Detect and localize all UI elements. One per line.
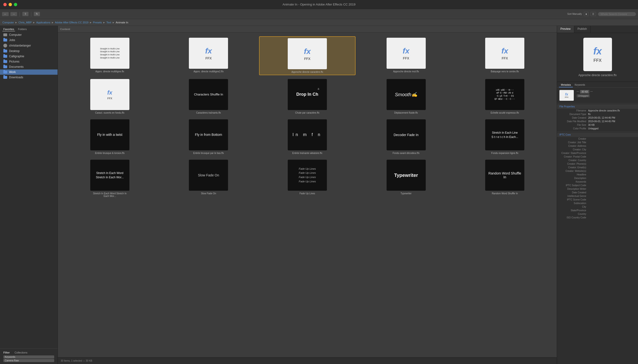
file-item-multiligne[interactable]: Straight in Multi-LineStraight in Multi-… bbox=[62, 36, 158, 75]
file-name-trainants: Caractères traînants.ffx bbox=[196, 112, 221, 114]
iptc-creator: Creator bbox=[557, 137, 638, 140]
preview-slow-fade: Slow Fade On bbox=[198, 173, 219, 177]
file-name-multiligne: Appro. directe multiligne.ffx bbox=[96, 70, 124, 73]
minimize-button[interactable] bbox=[9, 3, 12, 6]
file-item-torsion[interactable]: Fly in with a twist Entrée brusque & tor… bbox=[62, 118, 158, 156]
view-grid-button[interactable]: ■ bbox=[584, 12, 588, 16]
preview-decoder: Decoder Fade In bbox=[393, 133, 418, 137]
file-item-slow-fade[interactable]: Slow Fade On Slow Fade On bbox=[161, 158, 257, 199]
sidebar-tab-folders[interactable]: Folders bbox=[17, 27, 28, 31]
file-item-decoder[interactable]: Decoder Fade In Fondu avant décodeur.ffx bbox=[358, 118, 454, 156]
file-thumbnail-multiligne: Straight in Multi-LineStraight in Multi-… bbox=[90, 38, 129, 69]
sort-label: Sort Manually bbox=[567, 13, 582, 15]
right-panel-tabs: Preview Publish bbox=[557, 26, 638, 33]
file-thumbnail-fluide: Smooth✍ bbox=[387, 79, 426, 110]
search-input[interactable] bbox=[598, 12, 636, 16]
file-item-random-word[interactable]: Random Word Shuffle In Random Word Shuff… bbox=[456, 158, 553, 199]
ffx-label-2: FFX bbox=[304, 57, 310, 61]
status-bar: 30 Items, 1 selected — 30 KB bbox=[58, 357, 557, 364]
path-up-button[interactable]: ⇧ bbox=[22, 12, 29, 16]
iptc-state: Creator: State/Province bbox=[557, 151, 638, 155]
file-name-typewriter: Typewriter bbox=[401, 192, 412, 195]
file-properties-header[interactable]: File Properties bbox=[557, 104, 638, 109]
file-item-caract-fondu[interactable]: fx FFX Caract. ouverts en fondu.ffx bbox=[62, 78, 158, 116]
sidebar-item-downloads[interactable]: Downloads bbox=[0, 75, 58, 80]
file-thumbnail-caract-fondu: fx FFX bbox=[90, 79, 129, 110]
tab-preview[interactable]: Preview bbox=[557, 26, 574, 33]
ffx-icon-text-4: fx bbox=[501, 46, 508, 56]
file-item-bas[interactable]: Fly in from Bottom Entrée brusque par le… bbox=[161, 118, 257, 156]
file-item-typewriter[interactable]: Typewriter Typewriter bbox=[358, 158, 454, 199]
file-name-stretch-word: Stretch In Each Word Stretch In Each Wor… bbox=[90, 192, 129, 198]
file-thumbnail-bas: Fly in from Bottom bbox=[189, 119, 228, 150]
file-item-expansion-ligne[interactable]: Stretch In Each LineS t r e t c h In Eac… bbox=[456, 118, 553, 156]
file-thumbnail-slow-fade: Slow Fade On bbox=[189, 160, 228, 191]
breadcrumb-text[interactable]: Text bbox=[106, 21, 111, 24]
sidebar-item-pictures[interactable]: Pictures bbox=[0, 59, 58, 64]
preview-icon: fx FFX bbox=[583, 38, 612, 71]
file-item-caractere[interactable]: fx FFX Approche directe caractère.ffx bbox=[259, 36, 356, 75]
sidebar-item-desktop[interactable]: Desktop bbox=[0, 48, 58, 54]
iptc-section: IPTC Core Creator Creator: Job Title Cre… bbox=[557, 131, 638, 220]
file-item-trainants[interactable]: Characters Shuffle In Caractères traînan… bbox=[161, 78, 257, 116]
close-button[interactable] bbox=[3, 3, 7, 6]
preview-random-in: In m f n bbox=[293, 132, 322, 138]
sidebar-item-computer[interactable]: Computer bbox=[0, 32, 58, 38]
file-item-mot[interactable]: fx FFX Approche directe mot.ffx bbox=[358, 36, 454, 75]
file-name-caractere: Approche directe caractère.ffx bbox=[291, 71, 323, 73]
file-name-balayage: Balayage vers le centre.ffx bbox=[491, 70, 519, 73]
sidebar-item-user[interactable]: christianbelanger bbox=[0, 43, 58, 48]
breadcrumb-applications[interactable]: Applications bbox=[36, 21, 50, 24]
prop-key-color-profile: Color Profile bbox=[559, 127, 588, 130]
file-item-fluide[interactable]: Smooth✍ Déplacement fluide.ffx bbox=[358, 78, 454, 116]
titlebar: Animate In - Opening in Adobe After Effe… bbox=[0, 0, 638, 9]
view-list-button[interactable]: ☰ bbox=[590, 12, 596, 16]
metadata-tab-keywords[interactable]: Keywords bbox=[573, 83, 587, 87]
breadcrumb-computer[interactable]: Computer bbox=[3, 21, 14, 24]
preview-smooth: Smooth✍ bbox=[395, 92, 417, 98]
prop-date-modified: Date File Modified 2019-06-03, 12:44:45 … bbox=[557, 120, 638, 123]
file-item-fade-up-lines[interactable]: Fade Up LinesFade Up LinesFade Up LinesF… bbox=[259, 158, 356, 199]
filter-tag-camera-raw[interactable]: Camera Raw bbox=[3, 359, 54, 362]
file-thumbnail-matrix: xVE·eOE···H···mP·E·rNA·cN·d·S·yE·TrH···E… bbox=[485, 79, 524, 110]
file-item-chute[interactable]: a Drop In Ch Chute par caractère.ffx bbox=[259, 78, 356, 116]
toolbar-separator-2 bbox=[31, 12, 31, 16]
breadcrumb-current: Animate In bbox=[116, 21, 129, 24]
filter-tag-keywords[interactable]: Keywords bbox=[3, 356, 54, 358]
fx-label-small: FFX bbox=[565, 96, 568, 98]
iptc-description: Description bbox=[557, 176, 638, 180]
sidebar-item-calligraphie[interactable]: Calligraphie bbox=[0, 54, 58, 59]
sidebar-label-pictures: Pictures bbox=[9, 60, 19, 63]
file-thumbnail-trainants: Characters Shuffle In bbox=[189, 79, 228, 110]
iptc-state-province: State/Province bbox=[557, 208, 638, 212]
breadcrumb-chris[interactable]: Chris_MBP bbox=[19, 21, 32, 24]
sidebar-label-desktop: Desktop bbox=[9, 50, 20, 53]
iptc-date-created: Date Created bbox=[557, 191, 638, 194]
window-title: Animate In - Opening in Adobe After Effe… bbox=[282, 3, 355, 6]
file-item-balayage[interactable]: fx FFX Balayage vers le centre.ffx bbox=[456, 36, 553, 75]
sidebar-item-jobs[interactable]: Jobs bbox=[0, 38, 58, 43]
recent-button[interactable]: ↻ bbox=[34, 12, 40, 16]
iptc-header[interactable]: IPTC Core bbox=[557, 132, 638, 137]
iptc-keywords: Keywords bbox=[557, 180, 638, 184]
file-name-chute: Chute par caractère.ffx bbox=[295, 112, 319, 114]
tab-publish[interactable]: Publish bbox=[574, 26, 590, 33]
breadcrumb-presets[interactable]: Presets bbox=[93, 21, 102, 24]
file-name-aleatoire: Entrée traînante aléatoire.ffx bbox=[292, 152, 322, 154]
forward-button[interactable]: → bbox=[10, 12, 17, 16]
file-name-mot: Approche directe mot.ffx bbox=[393, 70, 419, 73]
maximize-button[interactable] bbox=[14, 3, 17, 6]
sidebar-item-documents[interactable]: Documents bbox=[0, 64, 58, 70]
metadata-tabs: Metadata Keywords bbox=[557, 82, 638, 88]
breadcrumb-ae[interactable]: Adobe After Effects CC 2019 bbox=[55, 21, 88, 24]
sidebar-tab-favorites[interactable]: Favorites bbox=[3, 27, 15, 31]
preview-stretch-lines: Stretch In Each LineS t r e t c h In Eac… bbox=[491, 130, 518, 139]
file-item-multiligne2[interactable]: fx FFX Appro. directe multiligne2.ffx bbox=[161, 36, 257, 75]
back-button[interactable]: ← bbox=[2, 12, 9, 16]
sidebar-item-work[interactable]: Work bbox=[0, 70, 58, 75]
metadata-tab-metadata[interactable]: Metadata bbox=[559, 83, 573, 87]
file-item-aleatoire[interactable]: In m f n Entrée traînante aléatoire.ffx bbox=[259, 118, 356, 156]
file-item-stretch-word[interactable]: Stretch In Each WordStretch In Each Wor.… bbox=[62, 158, 158, 199]
file-item-matrix[interactable]: xVE·eOE···H···mP·E·rNA·cN·d·S·yE·TrH···E… bbox=[456, 78, 553, 116]
file-dim: --- bbox=[590, 90, 593, 94]
